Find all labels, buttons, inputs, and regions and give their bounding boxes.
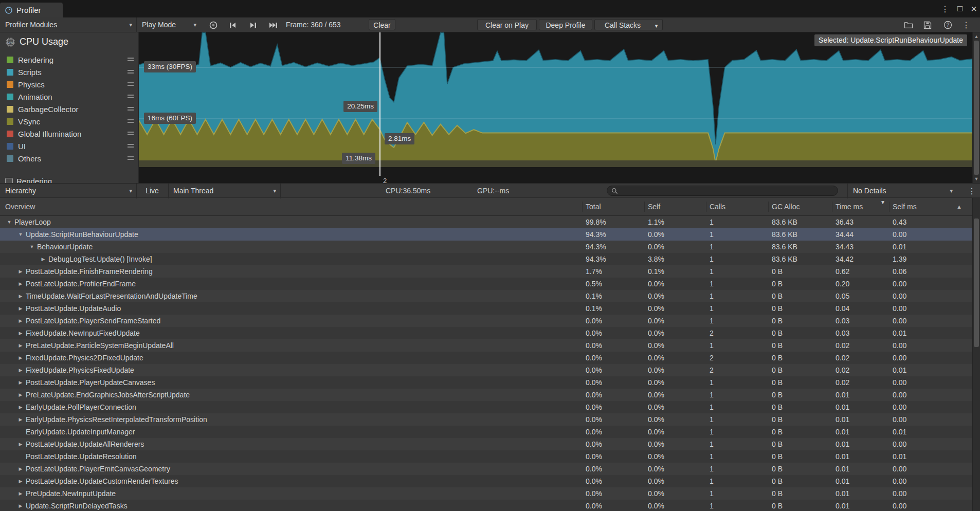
table-row[interactable]: ▶PostLateUpdate.PlayerSendFrameStarted0.… <box>0 315 972 327</box>
expand-icon[interactable]: ▶ <box>16 376 25 389</box>
expand-icon[interactable]: ▶ <box>16 315 25 327</box>
table-row[interactable]: ▶EarlyUpdate.PhysicsResetInterpolatedTra… <box>0 413 972 426</box>
column-separator[interactable] <box>582 202 583 212</box>
expand-icon[interactable]: ▶ <box>16 487 25 500</box>
table-row[interactable]: ▶EarlyUpdate.PollPlayerConnection0.0%0.0… <box>0 401 972 413</box>
expand-icon[interactable]: ▶ <box>16 389 25 401</box>
drag-handle-icon[interactable] <box>128 107 134 112</box>
table-row[interactable]: ▶PostLateUpdate.UpdateAllRenderers0.0%0.… <box>0 438 972 450</box>
expand-icon[interactable]: ▶ <box>16 352 25 364</box>
table-row[interactable]: ▶PreLateUpdate.ParticleSystemBeginUpdate… <box>0 339 972 352</box>
expand-icon[interactable]: ▶ <box>16 265 25 278</box>
table-row[interactable]: PostLateUpdate.UpdateResolution0.0%0.0%1… <box>0 450 972 463</box>
table-row[interactable]: ▼BehaviourUpdate94.3%0.0%183.6 KB34.430.… <box>0 241 972 253</box>
expand-icon[interactable]: ▶ <box>16 278 25 290</box>
table-row[interactable]: ▼Update.ScriptRunBehaviourUpdate94.3%0.0… <box>0 228 972 241</box>
scrollbar-thumb[interactable] <box>974 41 979 175</box>
legend-item-scripts[interactable]: Scripts <box>0 66 138 78</box>
thread-dropdown[interactable]: Main Thread ▾ <box>168 184 281 198</box>
expand-icon[interactable]: ▶ <box>16 364 25 376</box>
scroll-up-icon[interactable]: ▲ <box>956 198 962 215</box>
expand-icon[interactable]: ▶ <box>16 327 25 339</box>
legend-item-global-illumination[interactable]: Global Illumination <box>0 127 138 140</box>
scrollbar-thumb[interactable] <box>974 218 979 347</box>
load-profile-button[interactable] <box>901 17 916 32</box>
collapse-icon[interactable]: ▼ <box>16 228 25 241</box>
column-header-total[interactable]: Total <box>586 198 601 215</box>
profiler-tab[interactable]: Profiler <box>0 3 63 17</box>
window-menu-icon[interactable]: ⋮ <box>941 4 949 14</box>
profiler-modules-dropdown[interactable]: Profiler Modules ▾ <box>0 17 137 32</box>
column-header-overview[interactable]: Overview <box>5 198 35 215</box>
expand-icon[interactable]: ▶ <box>16 413 25 426</box>
drag-handle-icon[interactable] <box>128 70 134 75</box>
maximize-icon[interactable]: □ <box>957 4 963 14</box>
collapse-icon[interactable]: ▼ <box>28 241 36 253</box>
drag-handle-icon[interactable] <box>128 119 134 124</box>
expand-icon[interactable]: ▶ <box>16 475 25 487</box>
drag-handle-icon[interactable] <box>128 144 134 149</box>
expand-icon[interactable]: ▶ <box>16 500 25 511</box>
rendering-module-header[interactable]: Rendering <box>0 176 139 183</box>
legend-item-physics[interactable]: Physics <box>0 78 138 90</box>
view-mode-dropdown[interactable]: Hierarchy ▾ <box>0 184 137 198</box>
column-separator[interactable] <box>768 202 769 212</box>
current-frame-button[interactable] <box>264 17 282 32</box>
drag-handle-icon[interactable] <box>128 132 134 137</box>
legend-item-vsync[interactable]: VSync <box>0 115 138 127</box>
live-toggle[interactable]: Live <box>136 184 169 198</box>
expand-icon[interactable]: ▶ <box>16 290 25 302</box>
column-header-self[interactable]: Self <box>648 198 660 215</box>
column-separator[interactable] <box>832 202 832 212</box>
drag-handle-icon[interactable] <box>128 156 134 161</box>
table-row[interactable]: ▶FixedUpdate.NewInputFixedUpdate0.0%0.0%… <box>0 327 972 339</box>
scroll-up-icon[interactable]: ▲ <box>973 33 980 40</box>
table-row[interactable]: ▶PostLateUpdate.UpdateCustomRenderTextur… <box>0 475 972 487</box>
table-row[interactable]: ▼PlayerLoop99.8%1.1%183.6 KB36.430.43 <box>0 216 972 228</box>
table-row[interactable]: ▶PostLateUpdate.PlayerEmitCanvasGeometry… <box>0 463 972 475</box>
legend-item-garbagecollector[interactable]: GarbageCollector <box>0 103 138 115</box>
play-mode-dropdown[interactable]: Play Mode ▾ <box>137 17 201 32</box>
legend-item-rendering[interactable]: Rendering <box>0 53 138 66</box>
table-row[interactable]: ▶PostLateUpdate.ProfilerEndFrame0.5%0.0%… <box>0 278 972 290</box>
column-header-calls[interactable]: Calls <box>710 198 725 215</box>
modules-scrollbar[interactable]: ▲ ▼ <box>972 32 980 183</box>
column-separator[interactable] <box>706 202 706 212</box>
table-row[interactable]: ▶Update.ScriptRunDelayedTasks0.0%0.0%10 … <box>0 500 972 511</box>
column-header-self-ms[interactable]: Self ms <box>893 198 917 215</box>
expand-icon[interactable]: ▶ <box>16 438 25 450</box>
table-scrollbar[interactable] <box>972 198 980 511</box>
search-input[interactable] <box>621 186 833 196</box>
drag-handle-icon[interactable] <box>128 82 134 87</box>
legend-item-ui[interactable]: UI <box>0 140 138 152</box>
column-separator[interactable] <box>644 202 645 212</box>
drag-handle-icon[interactable] <box>128 58 134 63</box>
expand-icon[interactable]: ▶ <box>16 401 25 413</box>
toolbar-menu-button[interactable]: ⋮ <box>959 17 973 32</box>
column-header-gc-alloc[interactable]: GC Alloc <box>772 198 800 215</box>
previous-frame-button[interactable] <box>225 17 241 32</box>
table-row[interactable]: EarlyUpdate.UpdateInputManager0.0%0.0%10… <box>0 426 972 438</box>
search-field[interactable] <box>607 186 838 196</box>
table-row[interactable]: ▶PostLateUpdate.PlayerUpdateCanvases0.0%… <box>0 376 972 389</box>
clear-on-play-toggle[interactable]: Clear on Play <box>477 19 537 30</box>
table-row[interactable]: ▶DebugLogTest.Update() [Invoke]94.3%3.8%… <box>0 253 972 265</box>
call-stacks-toggle[interactable]: Call Stacks <box>594 19 651 30</box>
table-row[interactable]: ▶TimeUpdate.WaitForLastPresentationAndUp… <box>0 290 972 302</box>
deep-profile-toggle[interactable]: Deep Profile <box>539 19 592 30</box>
cpu-module-header[interactable]: CPU CPU Usage <box>5 36 68 47</box>
table-row[interactable]: ▶PostLateUpdate.UpdateAudio0.1%0.0%10 B0… <box>0 302 972 315</box>
hierarchy-menu-button[interactable]: ⋮ <box>966 184 978 198</box>
table-row[interactable]: ▶FixedUpdate.PhysicsFixedUpdate0.0%0.0%2… <box>0 364 972 376</box>
save-profile-button[interactable] <box>920 17 935 32</box>
expand-icon[interactable]: ▶ <box>16 302 25 315</box>
expand-icon[interactable]: ▶ <box>16 339 25 352</box>
next-frame-button[interactable] <box>245 17 261 32</box>
clear-button[interactable]: Clear <box>369 19 395 30</box>
details-dropdown[interactable]: No Details ▾ <box>847 184 957 198</box>
table-row[interactable]: ▶PreLateUpdate.EndGraphicsJobsAfterScrip… <box>0 389 972 401</box>
cpu-chart[interactable]: 33ms (30FPS) 16ms (60FPS) 20.25ms 2.81ms… <box>139 32 972 176</box>
record-button[interactable] <box>205 17 222 32</box>
expand-icon[interactable]: ▶ <box>39 253 47 265</box>
column-separator[interactable] <box>889 202 890 212</box>
